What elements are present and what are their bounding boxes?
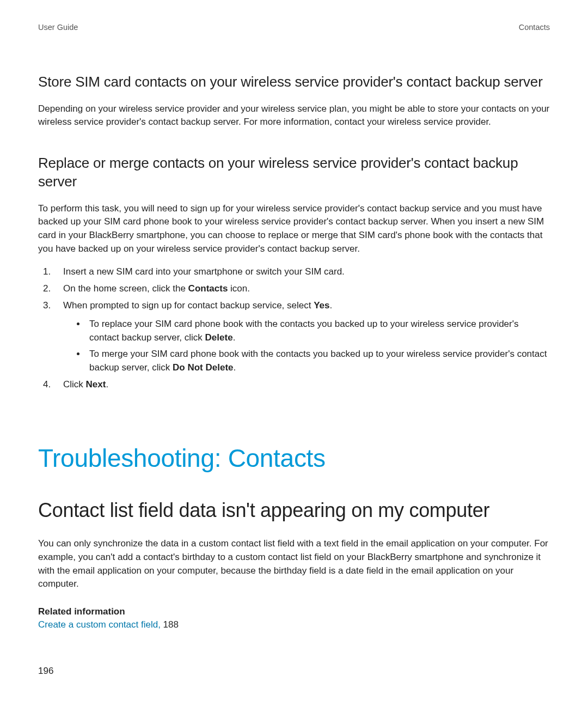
section2-intro: To perform this task, you will need to s… xyxy=(38,202,550,256)
step-2: On the home screen, click the Contacts i… xyxy=(53,282,550,296)
step-2-bold: Contacts xyxy=(188,283,228,294)
step-3-bold: Yes xyxy=(314,300,329,311)
related-link-page: 188 xyxy=(161,619,179,630)
step-3-b2-pre: To merge your SIM card phone book with t… xyxy=(89,349,547,373)
topic-title: Contact list field data isn't appearing … xyxy=(38,499,550,522)
related-heading: Related information xyxy=(38,606,550,617)
step-3-post: . xyxy=(330,300,333,311)
step-3-bullet-1: To replace your SIM card phone book with… xyxy=(86,318,550,344)
step-3-b2-post: . xyxy=(234,362,236,373)
document-page: User Guide Contacts Store SIM card conta… xyxy=(0,0,588,706)
section2-steps: Insert a new SIM card into your smartpho… xyxy=(38,265,550,391)
related-link[interactable]: Create a custom contact field, xyxy=(38,619,161,630)
step-3-b1-pre: To replace your SIM card phone book with… xyxy=(89,319,518,343)
step-3-b2-bold: Do Not Delete xyxy=(173,362,233,373)
header-left: User Guide xyxy=(38,23,78,32)
step-3-b1-post: . xyxy=(233,332,236,343)
step-3-pre: When prompted to sign up for contact bac… xyxy=(63,300,314,311)
running-header: User Guide Contacts xyxy=(38,23,550,32)
step-2-pre: On the home screen, click the xyxy=(63,283,188,294)
step-1-text: Insert a new SIM card into your smartpho… xyxy=(63,266,345,277)
step-2-post: icon. xyxy=(228,283,250,294)
page-number: 196 xyxy=(38,666,53,677)
related-link-row: Create a custom contact field, 188 xyxy=(38,619,550,630)
step-4-pre: Click xyxy=(63,379,86,389)
section1-body: Depending on your wireless service provi… xyxy=(38,102,550,129)
step-4: Click Next. xyxy=(53,378,550,392)
step-3: When prompted to sign up for contact bac… xyxy=(53,299,550,375)
step-3-bullet-2: To merge your SIM card phone book with t… xyxy=(86,348,550,374)
step-4-bold: Next xyxy=(86,379,106,389)
step-4-post: . xyxy=(106,379,108,389)
chapter-title: Troubleshooting: Contacts xyxy=(38,443,550,473)
header-right: Contacts xyxy=(519,23,550,32)
step-3-b1-bold: Delete xyxy=(205,332,233,343)
topic-body: You can only synchronize the data in a c… xyxy=(38,537,550,591)
step-1: Insert a new SIM card into your smartpho… xyxy=(53,265,550,279)
step-3-bullets: To replace your SIM card phone book with… xyxy=(63,318,550,375)
section1-heading: Store SIM card contacts on your wireless… xyxy=(38,73,550,92)
section2-heading: Replace or merge contacts on your wirele… xyxy=(38,154,550,191)
